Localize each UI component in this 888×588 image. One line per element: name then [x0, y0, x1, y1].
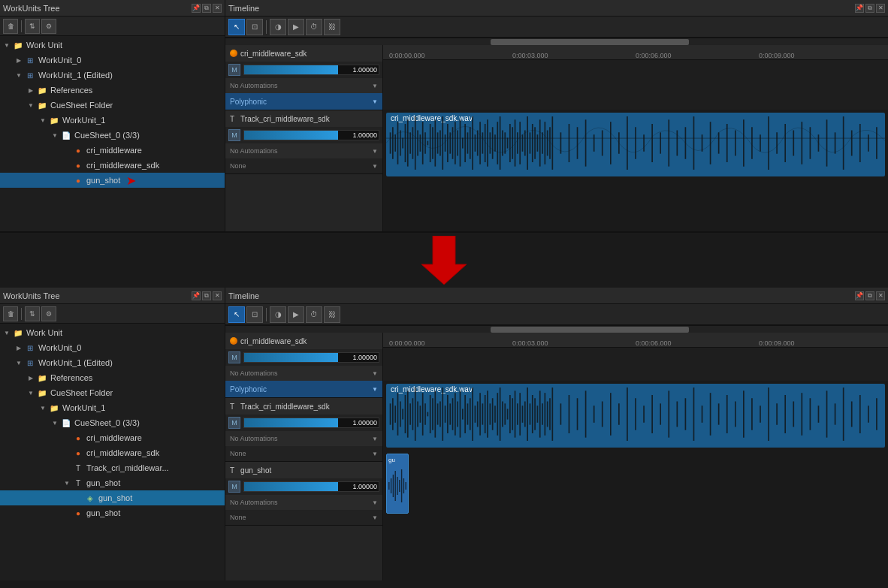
- bottom-tree-close-btn[interactable]: ✕: [213, 291, 222, 300]
- top-tree-float-btn[interactable]: ⧉: [202, 4, 211, 13]
- top-tree-item-workunit-1[interactable]: ⊞ WorkUnit_1 (Edited): [0, 68, 225, 83]
- top-tree-arrow-cri-middleware: [63, 146, 71, 154]
- bottom-tree-item-workunit-1-sub[interactable]: 📁 WorkUnit_1: [0, 400, 225, 415]
- top-mixer-track1-name: cri_middleware_sdk: [240, 50, 307, 58]
- bottom-tl-close-btn[interactable]: ✕: [876, 291, 885, 300]
- bottom-mixer-track-2: T Track_cri_middleware_sdk M 1.00000 No …: [225, 398, 382, 462]
- top-tree-item-cuesheet-folder[interactable]: 📁 CueSheet Folder: [0, 98, 225, 113]
- bottom-mixer-track3-auto-arrow[interactable]: ▼: [372, 499, 378, 506]
- top-tree-item-references[interactable]: 📁 References: [0, 83, 225, 98]
- top-tree-label-references: References: [50, 86, 92, 95]
- bottom-mixer-track1-auto-arrow[interactable]: ▼: [372, 370, 378, 377]
- bottom-tree-item-cri-middleware[interactable]: ● cri_middleware: [0, 430, 225, 445]
- bottom-mixer-track3-auto-label: No Automations: [230, 499, 369, 506]
- top-tree-item-gun-shot[interactable]: ● gun_shot ➤: [0, 173, 225, 188]
- bottom-tl-pin-btn[interactable]: 📌: [855, 291, 864, 300]
- top-tree-item-cri-middleware[interactable]: ● cri_middleware: [0, 143, 225, 158]
- top-tree-close-btn[interactable]: ✕: [213, 4, 222, 13]
- bottom-mixer-track2-vol-bar: [244, 418, 338, 427]
- bottom-mixer-track3-none-arrow[interactable]: ▼: [372, 514, 378, 521]
- top-tree-icon-workunit-0: ⊞: [24, 54, 36, 66]
- top-mixer-track2-vol[interactable]: 1.00000: [243, 130, 379, 140]
- bottom-tree-toolbar-btn1[interactable]: 🗑: [3, 306, 18, 321]
- bottom-tl-play-btn[interactable]: ▶: [288, 306, 304, 323]
- top-tl-range-tool[interactable]: ⊡: [246, 19, 263, 35]
- bottom-tl-hscrollbar-top[interactable]: [225, 325, 888, 333]
- top-tl-link-btn[interactable]: ⛓: [324, 19, 340, 35]
- top-mixer-track1-poly-arrow[interactable]: ▼: [372, 98, 378, 105]
- top-mixer-track1-vol[interactable]: 1.00000: [243, 65, 379, 75]
- top-tl-select-tool[interactable]: ↖: [228, 19, 245, 35]
- top-tree-item-workunit-root[interactable]: 📁 Work Unit: [0, 38, 225, 53]
- bottom-tree-item-cri-middleware-sdk[interactable]: ● cri_middleware_sdk: [0, 445, 225, 460]
- top-tl-float-btn[interactable]: ⧉: [865, 4, 874, 13]
- bottom-mixer-track2-none-label: None: [230, 450, 372, 457]
- top-waveform-svg: [386, 113, 885, 175]
- bottom-tl-range-tool[interactable]: ⊡: [246, 306, 263, 323]
- bottom-tree-icon-track-cri: T: [72, 462, 84, 474]
- top-tl-pin-btn[interactable]: 📌: [855, 4, 864, 13]
- bottom-tree-item-references[interactable]: 📁 References: [0, 370, 225, 385]
- bottom-tree-toolbar-btn2[interactable]: ⇅: [25, 306, 40, 321]
- bottom-tl-float-btn[interactable]: ⧉: [865, 291, 874, 300]
- top-tree-pin-btn[interactable]: 📌: [192, 4, 201, 13]
- top-tl-snap-btn[interactable]: ◑: [270, 19, 286, 35]
- top-mixer-track2-auto-arrow[interactable]: ▼: [372, 148, 378, 155]
- top-tl-close-btn[interactable]: ✕: [876, 4, 885, 13]
- bottom-tree-panel: WorkUnits Tree 📌 ⧉ ✕ 🗑 ⇅ ⚙ 📁 Work Unit: [0, 288, 225, 580]
- bottom-tree-float-btn[interactable]: ⧉: [202, 291, 211, 300]
- top-mixer-track2-header: T Track_cri_middleware_sdk: [225, 110, 382, 127]
- bottom-mixer-track1-vol[interactable]: 1.00000: [243, 352, 379, 363]
- top-tree-item-workunit-0[interactable]: ⊞ WorkUnit_0: [0, 53, 225, 68]
- bottom-tree-label-references: References: [50, 373, 92, 382]
- bottom-tree-item-track-cri[interactable]: T Track_cri_middlewar...: [0, 460, 225, 475]
- bottom-mixer-track1-m-btn[interactable]: M: [228, 351, 240, 363]
- bottom-tree-arrow-cri-middleware-sdk: [63, 449, 71, 457]
- top-mixer-track2-none-arrow[interactable]: ▼: [372, 163, 378, 170]
- bottom-tree-pin-btn[interactable]: 📌: [192, 291, 201, 300]
- bottom-tree-item-workunit-1[interactable]: ⊞ WorkUnit_1 (Edited): [0, 355, 225, 370]
- top-track-section: cri_middleware_sdk M 1.00000 No Automati…: [225, 45, 888, 231]
- bottom-tree-item-workunit-root[interactable]: 📁 Work Unit: [0, 325, 225, 340]
- top-tree-toolbar: 🗑 ⇅ ⚙: [0, 17, 225, 36]
- top-mixer-track1-auto-arrow[interactable]: ▼: [372, 83, 378, 89]
- svg-marker-106: [421, 236, 467, 285]
- bottom-mixer-track2-vol[interactable]: 1.00000: [243, 418, 379, 428]
- bottom-tl-select-tool[interactable]: ↖: [228, 306, 245, 323]
- top-mixer-track2-m-btn[interactable]: M: [228, 129, 240, 141]
- bottom-tree-item-cuesheet-0[interactable]: 📄 CueSheet_0 (3/3): [0, 415, 225, 430]
- bottom-mixer-track2-none-arrow[interactable]: ▼: [372, 451, 378, 457]
- bottom-mixer-track3-m-btn[interactable]: M: [228, 481, 240, 493]
- bottom-mixer-track1-poly-arrow[interactable]: ▼: [372, 386, 378, 393]
- top-tl-hscrollbar-top[interactable]: [225, 38, 888, 45]
- top-mixer-track2-icon: T: [230, 115, 234, 123]
- bottom-tree-item-workunit-0[interactable]: ⊞ WorkUnit_0: [0, 340, 225, 355]
- bottom-tree-label-gun-shot-folder: gun_shot: [86, 478, 120, 487]
- bottom-mixer-track3-none: None ▼: [225, 510, 382, 525]
- bottom-tree-toolbar-btn3[interactable]: ⚙: [41, 306, 56, 321]
- bottom-tree-item-gun-shot-sub[interactable]: ◈ gun_shot: [0, 490, 225, 505]
- top-tree-item-workunit-1-sub[interactable]: 📁 WorkUnit_1: [0, 113, 225, 128]
- bottom-tree-item-gun-shot-folder[interactable]: T gun_shot: [0, 475, 225, 490]
- bottom-tl-link-btn[interactable]: ⛓: [324, 306, 340, 323]
- bottom-tree-titlebar-icons: 📌 ⧉ ✕: [192, 291, 222, 300]
- top-tl-clock-btn[interactable]: ⏱: [306, 19, 322, 35]
- bottom-tree-label-cuesheet-folder: CueSheet Folder: [50, 388, 113, 397]
- top-tl-play-btn[interactable]: ▶: [288, 19, 304, 35]
- bottom-tree-item-cuesheet-folder[interactable]: 📁 CueSheet Folder: [0, 385, 225, 400]
- top-tree-toolbar-btn2[interactable]: ⇅: [25, 19, 40, 34]
- bottom-mixer-track2-m-btn[interactable]: M: [228, 417, 240, 429]
- bottom-tl-snap-btn[interactable]: ◑: [270, 306, 286, 323]
- bottom-mixer-track3-vol[interactable]: 1.00000: [243, 481, 379, 492]
- top-tree-item-cuesheet-0[interactable]: 📄 CueSheet_0 (3/3): [0, 128, 225, 143]
- top-tree-item-cri-middleware-sdk[interactable]: ● cri_middleware_sdk: [0, 158, 225, 173]
- bottom-timeline-toolbar: ↖ ⊡ ◑ ▶ ⏱ ⛓: [225, 304, 888, 325]
- bottom-mixer-track2-auto-arrow[interactable]: ▼: [372, 436, 378, 442]
- top-tree-toolbar-btn3[interactable]: ⚙: [41, 19, 56, 34]
- bottom-tree-icon-cuesheet-folder: 📁: [36, 387, 48, 399]
- top-tree-toolbar-btn1[interactable]: 🗑: [3, 19, 18, 34]
- top-mixer-track1-m-btn[interactable]: M: [228, 64, 240, 76]
- bottom-tree-item-gun-shot-audio[interactable]: ● gun_shot: [0, 505, 225, 520]
- bottom-mixer-track2-icon: T: [230, 403, 234, 411]
- bottom-tl-clock-btn[interactable]: ⏱: [306, 306, 322, 323]
